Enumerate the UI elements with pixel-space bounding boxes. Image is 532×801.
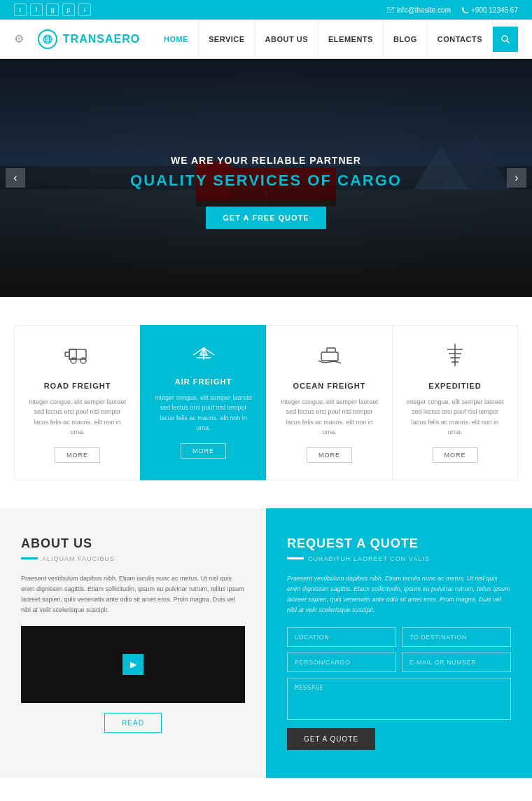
- social-links: t f g p i: [14, 4, 91, 16]
- pinterest-icon[interactable]: p: [62, 4, 75, 16]
- expedited-more-btn[interactable]: MORE: [433, 447, 478, 463]
- air-freight-name: AIR FREIGHT: [152, 377, 255, 386]
- road-freight-desc: Integer congue, elit semper laoreet sed …: [26, 397, 129, 438]
- about-text: Praesent vestibulum dapibus nibh. Etiam …: [21, 573, 245, 616]
- phone-info: +900 12345 67: [461, 6, 518, 14]
- instagram-icon[interactable]: i: [78, 4, 91, 16]
- twitter-icon[interactable]: t: [14, 4, 27, 16]
- facebook-icon[interactable]: f: [30, 4, 43, 16]
- main-nav: HOME SERVICE ABOUT US ELEMENTS BLOG CONT…: [154, 20, 518, 59]
- about-bar-accent: [21, 557, 38, 559]
- quote-row-1: [287, 627, 511, 647]
- quote-subtitle-bar: CURABITUR LAOREET CON VALIS: [287, 555, 511, 562]
- ocean-freight-name: OCEAN FREIGHT: [278, 382, 381, 390]
- quote-title: REQUEST A QUOTE: [287, 536, 511, 551]
- service-ocean: OCEAN FREIGHT Integer congue, elit sempe…: [266, 325, 392, 480]
- nav-blog[interactable]: BLOG: [384, 20, 428, 59]
- hero-prev-arrow[interactable]: ‹: [6, 168, 25, 188]
- about-quote-section: ABOUT US ALIQUAM FAUCIBUS Praesent vesti…: [0, 508, 532, 778]
- svg-rect-15: [321, 352, 338, 361]
- about-subtitle: ALIQUAM FAUCIBUS: [42, 555, 115, 562]
- services-section: ROAD FREIGHT Integer congue, elit semper…: [0, 297, 532, 508]
- hero-title: QUALITY SERVICES OF CARGO: [130, 172, 402, 190]
- nav-service[interactable]: SERVICE: [199, 20, 255, 59]
- air-freight-desc: Integer congue, elit semper laoreet sed …: [152, 393, 255, 433]
- hero-next-arrow[interactable]: ›: [507, 168, 526, 188]
- nav-elements[interactable]: ELEMENTS: [318, 20, 384, 59]
- ocean-freight-more-btn[interactable]: MORE: [307, 447, 352, 463]
- quote-row-2: [287, 653, 511, 672]
- read-more-button[interactable]: READ: [104, 713, 162, 733]
- quote-section: REQUEST A QUOTE CURABITUR LAOREET CON VA…: [266, 508, 532, 778]
- nav-home[interactable]: HOME: [154, 20, 199, 59]
- search-button[interactable]: [493, 27, 518, 52]
- get-quote-button[interactable]: GET A QUOTE: [287, 728, 375, 750]
- road-freight-icon: [26, 342, 129, 373]
- quote-form: GET A QUOTE: [287, 627, 511, 750]
- cargo-input[interactable]: [287, 653, 396, 672]
- expedited-desc: Integer congue, elit semper laoreet sed …: [404, 397, 506, 438]
- service-air: AIR FREIGHT Integer congue, elit semper …: [140, 325, 266, 480]
- bottom-section: TESTIMONIALS INTEGER CONGUE BLITTIN " Pr…: [0, 778, 532, 801]
- contact-input[interactable]: [402, 653, 511, 672]
- nav-about[interactable]: ABOUT US: [255, 20, 318, 59]
- about-subtitle-bar: ALIQUAM FAUCIBUS: [21, 555, 245, 562]
- road-freight-name: ROAD FREIGHT: [26, 382, 129, 390]
- svg-rect-12: [65, 352, 69, 356]
- video-thumbnail[interactable]: ▶: [21, 626, 245, 703]
- svg-point-10: [71, 358, 76, 363]
- nav-contacts[interactable]: CONTACTS: [428, 20, 493, 59]
- play-button[interactable]: ▶: [122, 654, 144, 675]
- hero-section: ‹ WE ARE YOUR RELIABLE PARTNER QUALITY S…: [0, 59, 532, 297]
- road-freight-more-btn[interactable]: MORE: [55, 447, 100, 463]
- air-freight-more-btn[interactable]: MORE: [181, 443, 226, 459]
- expedited-icon: [404, 342, 506, 373]
- hero-cta-button[interactable]: GET A FREE QUOTE: [206, 207, 326, 229]
- about-section: ABOUT US ALIQUAM FAUCIBUS Praesent vesti…: [0, 508, 266, 778]
- svg-point-6: [502, 36, 507, 41]
- quote-bar-accent: [287, 557, 304, 559]
- settings-icon[interactable]: ⚙: [14, 32, 24, 46]
- ocean-freight-desc: Integer congue, elit semper laoreet sed …: [278, 397, 381, 438]
- quote-subtitle: CURABITUR LAOREET CON VALIS: [308, 555, 430, 562]
- logo: TRANSAERO: [38, 29, 140, 49]
- top-bar: t f g p i info@thesite.com +900 12345 67: [0, 0, 532, 20]
- google-plus-icon[interactable]: g: [46, 4, 59, 16]
- message-textarea[interactable]: [287, 678, 511, 720]
- air-freight-icon: [152, 342, 255, 369]
- svg-point-11: [80, 358, 86, 363]
- about-title: ABOUT US: [21, 536, 245, 551]
- hero-subtitle: WE ARE YOUR RELIABLE PARTNER: [130, 155, 402, 166]
- ocean-freight-icon: [278, 342, 381, 373]
- logo-text: TRANSAERO: [63, 33, 140, 46]
- services-grid: ROAD FREIGHT Integer congue, elit semper…: [14, 325, 518, 480]
- destination-input[interactable]: [402, 627, 511, 647]
- email-info: info@thesite.com: [387, 6, 451, 14]
- expedited-name: EXPEDITIED: [404, 382, 506, 390]
- logo-globe-icon: [38, 29, 57, 49]
- svg-line-7: [507, 41, 510, 43]
- service-expedited: EXPEDITIED Integer congue, elit semper l…: [392, 325, 518, 480]
- quote-text: Praesent vestibulum dapibus nibh. Etiam …: [287, 573, 511, 616]
- location-input[interactable]: [287, 627, 396, 647]
- hero-content: WE ARE YOUR RELIABLE PARTNER QUALITY SER…: [130, 155, 402, 229]
- header: ⚙ TRANSAERO HOME SERVICE ABOUT US ELEMEN…: [0, 20, 532, 59]
- contact-info: info@thesite.com +900 12345 67: [387, 6, 518, 14]
- service-road: ROAD FREIGHT Integer congue, elit semper…: [14, 325, 140, 480]
